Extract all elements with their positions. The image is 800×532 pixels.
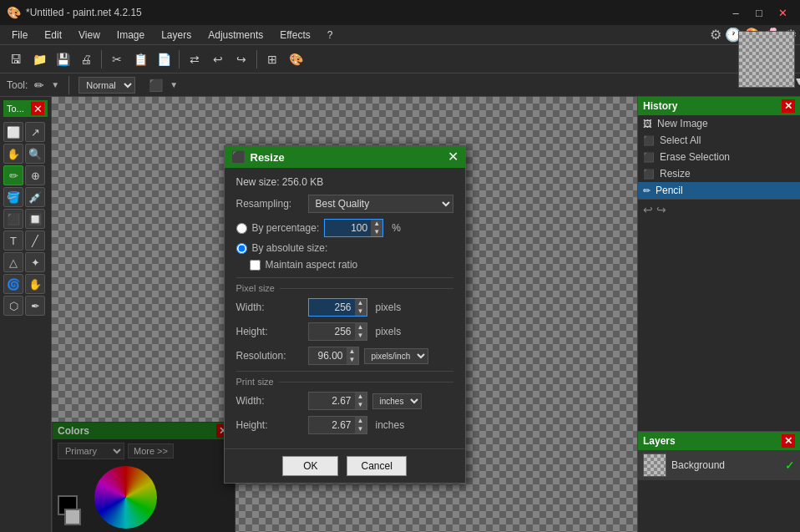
resolution-spin-down[interactable]: ▼ bbox=[347, 356, 358, 364]
width-label: Width: bbox=[236, 301, 303, 313]
history-item-resize[interactable]: ⬛ Resize bbox=[638, 165, 800, 182]
layers-header: Layers ✕ bbox=[638, 432, 800, 450]
minimize-button[interactable]: – bbox=[725, 4, 747, 21]
dialog-close-button[interactable]: ✕ bbox=[448, 150, 458, 164]
layer-visible-icon[interactable]: ✓ bbox=[785, 459, 795, 472]
print-width-unit-select[interactable]: inches cm bbox=[372, 393, 422, 409]
title-bar-controls: – □ ✕ bbox=[725, 4, 793, 21]
dialog-overlay: ⬛ Resize ✕ New size: 256.0 KB Resampling… bbox=[52, 97, 637, 532]
tool-select-rect[interactable]: ⬜ bbox=[3, 122, 23, 142]
paste-button[interactable]: 📄 bbox=[153, 48, 175, 70]
pct-spin-up[interactable]: ▲ bbox=[371, 220, 382, 228]
tool-row-1: ⬜ ↗ bbox=[3, 122, 48, 142]
pct-spin-down[interactable]: ▼ bbox=[371, 228, 382, 236]
resolution-unit-select[interactable]: pixels/inch pixels/cm bbox=[364, 348, 428, 364]
menu-adjustments[interactable]: Adjustments bbox=[200, 28, 271, 43]
canvas-area[interactable]: Colors ✕ Primary Secondary More >> bbox=[52, 97, 637, 532]
settings-icon[interactable]: ⚙ bbox=[710, 27, 722, 43]
absolute-radio[interactable] bbox=[236, 243, 247, 254]
layers-close[interactable]: ✕ bbox=[782, 434, 795, 448]
menu-file[interactable]: File bbox=[3, 28, 36, 43]
opacity-icon: ⬛ bbox=[149, 79, 163, 92]
resampling-select[interactable]: Best Quality Bilinear Bicubic Nearest Ne… bbox=[308, 195, 453, 213]
tool-select-magic[interactable]: ↗ bbox=[25, 122, 45, 142]
tool-eraser[interactable]: ⊕ bbox=[25, 165, 45, 185]
menu-view[interactable]: View bbox=[70, 28, 109, 43]
tool-fill[interactable]: 🪣 bbox=[3, 187, 23, 207]
cut-button[interactable]: ✂ bbox=[106, 48, 128, 70]
history-item-erase-selection[interactable]: ⬛ Erase Selection bbox=[638, 149, 800, 165]
print-height-spin-down[interactable]: ▼ bbox=[355, 425, 367, 433]
resolution-input[interactable] bbox=[309, 348, 347, 363]
height-spin-down[interactable]: ▼ bbox=[355, 332, 367, 340]
tool-line[interactable]: ╱ bbox=[25, 231, 45, 251]
open-button[interactable]: 📁 bbox=[28, 48, 50, 70]
tool-freeform[interactable]: ✦ bbox=[25, 252, 45, 272]
tool-row-3: ✏ ⊕ bbox=[3, 165, 48, 185]
print-width-spin-down[interactable]: ▼ bbox=[355, 401, 367, 409]
percentage-radio[interactable] bbox=[236, 223, 247, 234]
history-item-pencil[interactable]: ✏ Pencil bbox=[638, 182, 800, 199]
print-width-spin-up[interactable]: ▲ bbox=[355, 393, 367, 401]
close-button[interactable]: ✕ bbox=[772, 4, 793, 21]
history-item-select-all[interactable]: ⬛ Select All bbox=[638, 132, 800, 149]
toolbar: 🖫 📁 💾 🖨 ✂ 📋 📄 ⇄ ↩ ↪ ⊞ 🎨 ▼ bbox=[0, 45, 800, 73]
menu-layers[interactable]: Layers bbox=[153, 28, 200, 43]
tool-zoom[interactable]: 🔍 bbox=[25, 144, 45, 164]
grid-button[interactable]: ⊞ bbox=[261, 48, 283, 70]
print-height-spin-up[interactable]: ▲ bbox=[355, 417, 367, 425]
tool-recolor[interactable]: 🔲 bbox=[25, 209, 45, 229]
pencil-dropdown-icon[interactable]: ▼ bbox=[51, 80, 59, 89]
menu-effects[interactable]: Effects bbox=[271, 28, 318, 43]
menu-help[interactable]: ? bbox=[319, 28, 342, 43]
maximize-button[interactable]: □ bbox=[748, 4, 770, 21]
opacity-dropdown-icon[interactable]: ▼ bbox=[170, 80, 178, 89]
print-width-input[interactable] bbox=[309, 393, 355, 408]
history-item-new-image[interactable]: 🖼 New Image bbox=[638, 115, 800, 132]
tool-gradient[interactable]: 🌀 bbox=[3, 274, 23, 294]
tool-color-pick[interactable]: 💉 bbox=[25, 187, 45, 207]
resolution-spin-up[interactable]: ▲ bbox=[347, 347, 358, 356]
tool-clone[interactable]: ⬛ bbox=[3, 209, 23, 229]
cancel-button[interactable]: Cancel bbox=[347, 456, 406, 476]
print-height-input[interactable] bbox=[309, 418, 355, 433]
layer-item-background[interactable]: Background ✓ bbox=[638, 450, 800, 480]
resolution-label: Resolution: bbox=[236, 350, 303, 362]
menu-image[interactable]: Image bbox=[109, 28, 153, 43]
new-button[interactable]: 🖫 bbox=[5, 48, 27, 70]
aspect-ratio-checkbox[interactable] bbox=[250, 260, 261, 271]
toolbox-close[interactable]: ✕ bbox=[31, 102, 44, 115]
height-input[interactable] bbox=[309, 324, 355, 339]
percentage-label: By percentage: bbox=[252, 222, 320, 234]
width-spin-up[interactable]: ▲ bbox=[355, 299, 367, 307]
history-undo-icon[interactable]: ↩ bbox=[643, 203, 653, 216]
redo-button[interactable]: ↪ bbox=[230, 48, 252, 70]
color-button[interactable]: 🎨 bbox=[285, 48, 306, 70]
tool-extra2[interactable]: ✒ bbox=[25, 296, 45, 316]
tool-move[interactable]: ✋ bbox=[3, 144, 23, 164]
tool-pan[interactable]: ✋ bbox=[25, 274, 45, 294]
tool-shapes[interactable]: △ bbox=[3, 252, 23, 272]
percentage-input[interactable] bbox=[325, 220, 371, 236]
print-width-input-wrap: ▲ ▼ bbox=[308, 392, 367, 410]
tool-pencil[interactable]: ✏ bbox=[3, 165, 23, 185]
blend-mode-select[interactable]: Normal Multiply Screen bbox=[78, 77, 135, 94]
thumbnail-arrow[interactable]: ▼ bbox=[793, 74, 800, 88]
width-spin-down[interactable]: ▼ bbox=[355, 307, 367, 316]
ok-button[interactable]: OK bbox=[282, 456, 338, 476]
menu-edit[interactable]: Edit bbox=[36, 28, 70, 43]
width-unit: pixels bbox=[376, 301, 402, 313]
copy-button[interactable]: 📋 bbox=[129, 48, 151, 70]
print-button[interactable]: 🖨 bbox=[75, 48, 97, 70]
width-input[interactable] bbox=[309, 300, 355, 315]
undo-button[interactable]: ↩ bbox=[207, 48, 229, 70]
history-redo-icon[interactable]: ↪ bbox=[656, 203, 666, 216]
tool-extra1[interactable]: ⬡ bbox=[3, 296, 23, 316]
history-title: History bbox=[643, 100, 677, 112]
save-button[interactable]: 💾 bbox=[52, 48, 73, 70]
flip-button[interactable]: ⇄ bbox=[184, 48, 205, 70]
height-spin-up[interactable]: ▲ bbox=[355, 323, 367, 332]
print-height-input-wrap: ▲ ▼ bbox=[308, 416, 367, 434]
history-close[interactable]: ✕ bbox=[782, 99, 795, 113]
tool-text[interactable]: T bbox=[3, 231, 23, 251]
